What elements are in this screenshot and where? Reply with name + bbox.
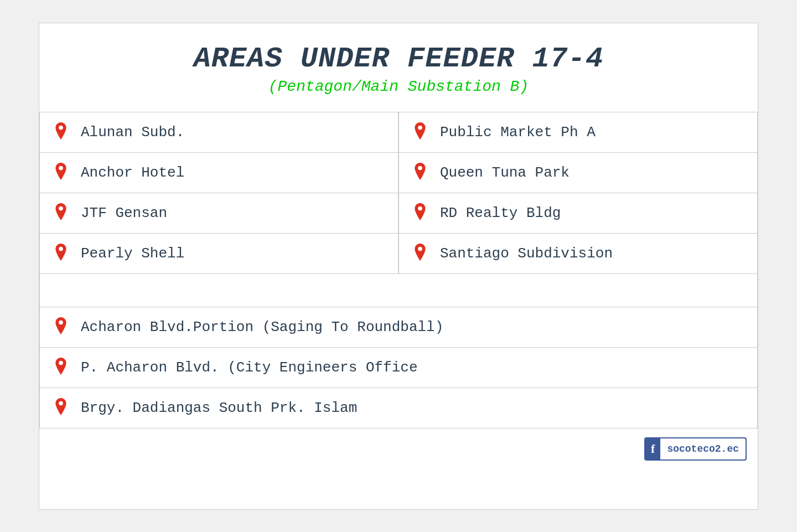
svg-point-10 <box>59 401 63 405</box>
table-row: Alunan Subd. Public Market Ph A <box>40 112 758 152</box>
location-pin-icon <box>51 122 71 142</box>
location-label: Brgy. Dadiangas South Prk. Islam <box>81 400 357 416</box>
location-pin-icon <box>410 122 430 142</box>
empty-row <box>40 273 758 307</box>
svg-point-9 <box>59 360 63 365</box>
location-pin-icon <box>51 163 71 183</box>
table-row: JTF Gensan RD Realty Bldg <box>40 193 758 233</box>
facebook-badge: f socoteco2.ec <box>644 437 747 461</box>
svg-point-8 <box>59 320 63 324</box>
location-pin-icon <box>51 358 71 378</box>
svg-point-4 <box>59 206 63 210</box>
location-label: Anchor Hotel <box>81 164 184 181</box>
location-label: Public Market Ph A <box>440 124 596 141</box>
location-label: RD Realty Bldg <box>440 205 561 221</box>
svg-point-6 <box>59 246 63 251</box>
table-row: Pearly Shell Santiago Subdivision <box>40 233 758 273</box>
table-row: Brgy. Dadiangas South Prk. Islam <box>40 388 758 428</box>
location-label: Santiago Subdivision <box>440 245 613 262</box>
location-pin-icon <box>51 203 71 223</box>
areas-table: Alunan Subd. Public Market Ph A Anchor H… <box>39 112 758 428</box>
location-label: Acharon Blvd.Portion (Saging To Roundbal… <box>81 319 443 335</box>
svg-point-5 <box>418 206 422 210</box>
svg-point-3 <box>418 166 422 170</box>
main-card: AREAS UNDER FEEDER 17-4 (Pentagon/Main S… <box>39 23 758 510</box>
location-label: Queen Tuna Park <box>440 164 570 181</box>
table-row: Acharon Blvd.Portion (Saging To Roundbal… <box>40 307 758 347</box>
location-label: Pearly Shell <box>81 245 184 262</box>
svg-point-7 <box>418 246 422 251</box>
svg-point-1 <box>418 125 422 130</box>
svg-point-2 <box>59 166 63 170</box>
location-pin-icon <box>51 244 71 264</box>
footer: f socoteco2.ec <box>39 428 758 469</box>
location-pin-icon <box>410 244 430 264</box>
location-label: JTF Gensan <box>81 205 167 221</box>
page-subtitle: (Pentagon/Main Substation B) <box>50 78 747 95</box>
location-pin-icon <box>51 317 71 337</box>
location-label: P. Acharon Blvd. (City Engineers Office <box>81 359 418 376</box>
location-pin-icon <box>410 203 430 223</box>
header: AREAS UNDER FEEDER 17-4 (Pentagon/Main S… <box>39 23 758 106</box>
location-pin-icon <box>51 398 71 418</box>
svg-point-0 <box>59 125 63 130</box>
facebook-icon: f <box>645 438 660 459</box>
table-row: Anchor Hotel Queen Tuna Park <box>40 152 758 193</box>
table-row: P. Acharon Blvd. (City Engineers Office <box>40 347 758 388</box>
facebook-text: socoteco2.ec <box>660 440 746 458</box>
location-pin-icon <box>410 163 430 183</box>
page-title: AREAS UNDER FEEDER 17-4 <box>50 43 747 75</box>
location-label: Alunan Subd. <box>81 124 184 141</box>
